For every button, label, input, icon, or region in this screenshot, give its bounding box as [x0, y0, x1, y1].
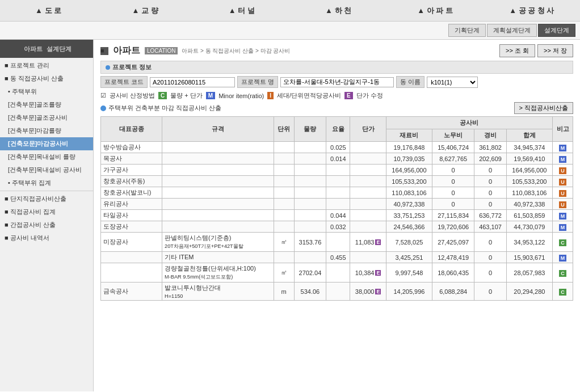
cell-spec — [162, 142, 274, 153]
cell-unit — [274, 142, 294, 153]
cell-cost-total: 61,503,859 — [506, 210, 552, 221]
nav-road[interactable]: ▲ 도 로 — [0, 1, 96, 20]
dong-name-label: 동 이름 — [396, 76, 425, 88]
cell-main-type: 타일공사 — [101, 210, 162, 221]
cell-note-icon[interactable]: C — [553, 283, 573, 301]
cell-price: 38,000 E — [350, 283, 386, 301]
calc-button[interactable]: > 직접공사비산출 — [514, 102, 573, 114]
badge-i[interactable]: I — [267, 92, 274, 99]
cell-note-icon[interactable]: U — [553, 165, 573, 176]
cell-cost-expense: 0 — [474, 233, 506, 252]
cell-cost-material: 110,083,106 — [386, 187, 432, 199]
cell-note-icon[interactable]: C — [553, 263, 573, 283]
action-buttons: >> 조 회 >> 저 장 — [499, 44, 573, 57]
cell-note-icon[interactable]: M — [553, 142, 573, 153]
stage-design[interactable]: 설계단계 — [538, 24, 575, 37]
nav-bridge[interactable]: ▲ 교 량 — [96, 1, 193, 20]
project-form-row: 프로젝트 코드 프로젝트 명 동 이름 k101(1) — [100, 76, 573, 88]
sidebar-item-mech-cost[interactable]: [건축부문]목내설비 공사비 — [0, 163, 93, 176]
th-main-type: 대표공종 — [101, 117, 162, 142]
cell-note-icon[interactable]: U — [553, 199, 573, 210]
cell-main-type: 목공사 — [101, 153, 162, 165]
cell-cost-total: 15,903,671 — [506, 252, 552, 263]
cell-quantity — [294, 210, 326, 221]
cell-quantity: 2702.04 — [294, 263, 326, 283]
badge-c[interactable]: C — [158, 92, 167, 99]
sidebar-item-direct-cost[interactable]: ■ 동 직접공사비 산출 — [0, 72, 93, 85]
cell-ratio — [326, 165, 350, 176]
cell-spec: 경량철골천정틀(단위세대,H:100)M-BAR 9.5mm(석고보드포함) — [162, 263, 274, 283]
cell-unit: m — [274, 283, 294, 301]
cell-note-icon[interactable]: M — [553, 153, 573, 165]
cell-cost-labor: 0 — [432, 187, 474, 199]
nav-apartment[interactable]: ▲ 아 파 트 — [386, 1, 483, 20]
badge-m-label: Minor item(ratio) — [218, 92, 264, 99]
table-row: 가구공사164,956,00000164,956,000U — [101, 165, 573, 176]
location-bar: LOCATION 아파트 > 동 직접공사비 산출 > 마감 공사비 — [145, 47, 290, 55]
sidebar-item-housing-sum[interactable]: • 주택부위 집계 — [0, 176, 93, 189]
cell-main-type: 창호공사(주동) — [101, 176, 162, 187]
cell-main-type: 미장공사 — [101, 233, 162, 252]
save-button[interactable]: >> 저 장 — [537, 44, 573, 57]
sidebar-item-structure-cost[interactable]: [건축부문]골조공사비 — [0, 111, 93, 124]
cell-price — [350, 221, 386, 233]
cell-unit: ㎡ — [274, 263, 294, 283]
badge-m[interactable]: M — [206, 92, 215, 99]
cell-cost-expense: 0 — [474, 283, 506, 301]
sidebar-item-complex-cost[interactable]: ■ 단지직접공사비산출 — [0, 192, 93, 205]
project-code-label: 프로젝트 코드 — [100, 76, 148, 88]
sub-section: 주택부위 건축부분 마감 직접공사비 산출 > 직접공사비산출 — [100, 102, 573, 114]
project-info-label: 프로젝트 정보 — [112, 63, 152, 71]
project-name-label: 프로젝트 명 — [237, 76, 278, 88]
cell-note-icon[interactable]: M — [553, 252, 573, 263]
cell-spec — [162, 210, 274, 221]
sidebar-item-finish-qty[interactable]: [건축부문]마감를량 — [0, 124, 93, 137]
cell-note-icon[interactable]: C — [553, 233, 573, 252]
cell-cost-total: 28,057,983 — [506, 263, 552, 283]
cell-note-icon[interactable]: U — [553, 176, 573, 187]
cell-cost-material: 3,425,251 — [386, 252, 432, 263]
cell-cost-total: 20,294,280 — [506, 283, 552, 301]
sidebar-item-project-mgmt[interactable]: ■ 프로젝트 관리 — [0, 59, 93, 72]
cell-unit — [274, 252, 294, 263]
project-code-input[interactable] — [150, 77, 235, 87]
stage-design-plan[interactable]: 계획설계단계 — [487, 24, 537, 37]
location-label: LOCATION — [145, 47, 178, 54]
cell-note-icon[interactable]: M — [553, 210, 573, 221]
stage-planning[interactable]: 기획단계 — [448, 24, 486, 37]
table-row: 창호공사(발코니)110,083,10600110,083,106U — [101, 187, 573, 199]
cell-cost-material: 7,528,025 — [386, 233, 432, 252]
cell-unit — [274, 210, 294, 221]
cell-quantity — [294, 221, 326, 233]
sidebar-item-indirect-cost[interactable]: ■ 간접공사비 산출 — [0, 218, 93, 231]
badge-e[interactable]: E — [344, 92, 353, 99]
sidebar-item-direct-sum[interactable]: ■ 직접공사비 집계 — [0, 205, 93, 218]
project-name-input[interactable] — [280, 77, 394, 87]
cell-note-icon[interactable]: M — [553, 221, 573, 233]
page-header: ■ 아파트 LOCATION 아파트 > 동 직접공사비 산출 > 마감 공사비… — [100, 44, 573, 57]
cell-unit — [274, 176, 294, 187]
cell-main-type: 가구공사 — [101, 165, 162, 176]
cell-cost-expense: 0 — [474, 252, 506, 263]
cell-quantity — [294, 199, 326, 210]
sidebar-item-finish-cost[interactable]: [건축모문]마감공사비 — [0, 137, 93, 150]
content-area: ■ 아파트 LOCATION 아파트 > 동 직접공사비 산출 > 마감 공사비… — [94, 40, 580, 391]
sidebar-item-housing-part[interactable]: • 주택부위 — [0, 85, 93, 98]
table-row: 경량철골천정틀(단위세대,H:100)M-BAR 9.5mm(석고보드포함)㎡2… — [101, 263, 573, 283]
th-spec: 규격 — [162, 117, 274, 142]
cell-ratio: 0.025 — [326, 142, 350, 153]
cell-cost-labor: 6,088,284 — [432, 283, 474, 301]
nav-tunnel[interactable]: ▲ 터 널 — [194, 1, 290, 20]
view-button[interactable]: >> 조 회 — [499, 44, 535, 57]
th-unit: 단위 — [274, 117, 294, 142]
dong-select[interactable]: k101(1) — [427, 77, 478, 88]
table-row: 방수방습공사0.02519,176,84815,406,724361,80234… — [101, 142, 573, 153]
nav-public[interactable]: ▲ 공 공 청 사 — [484, 1, 580, 20]
checkbox-icon: ☑ — [100, 92, 106, 99]
nav-river[interactable]: ▲ 하 천 — [290, 1, 386, 20]
cell-price — [350, 210, 386, 221]
sidebar-item-mech-qty[interactable]: [건축부문]목내설비 를량 — [0, 150, 93, 163]
sidebar-item-cost-detail[interactable]: ■ 공사비 내역서 — [0, 231, 93, 245]
cell-note-icon[interactable]: U — [553, 187, 573, 199]
sidebar-item-structure-qty[interactable]: [건축부문]골조를량 — [0, 98, 93, 111]
